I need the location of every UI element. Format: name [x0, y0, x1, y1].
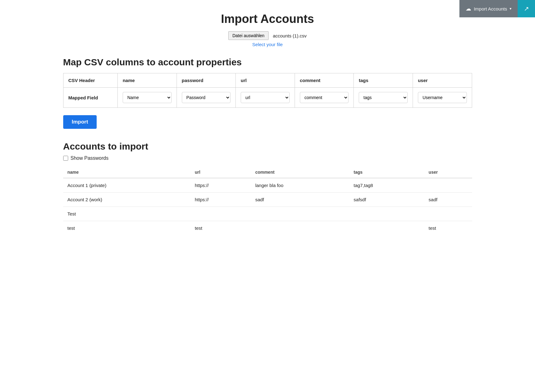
cell-name: test: [63, 221, 191, 235]
cell-comment: sadf: [251, 193, 349, 207]
table-row: Account 2 (work)https://sadfsafsdfsadf: [63, 193, 472, 207]
map-cell-url: Name Password url comment tags Username …: [236, 88, 295, 108]
col-header-comment: comment: [295, 73, 354, 88]
map-cell-tags: Name Password url comment tags Username …: [354, 88, 413, 108]
map-select-user[interactable]: Name Password url comment tags Username …: [418, 92, 467, 103]
map-select-tags[interactable]: Name Password url comment tags Username …: [359, 92, 408, 103]
cell-tags: [349, 221, 424, 235]
mapped-field-label: Mapped Field: [63, 88, 117, 108]
file-hint: Select your file: [63, 42, 472, 47]
accounts-table-header-row: name url comment tags user: [63, 167, 472, 178]
cell-user: [424, 178, 472, 193]
cell-tags: safsdf: [349, 193, 424, 207]
map-select-comment[interactable]: Name Password url comment tags Username …: [300, 92, 349, 103]
file-select-button[interactable]: Datei auswählen: [228, 31, 269, 40]
import-button[interactable]: Import: [63, 115, 97, 129]
cell-comment: langer bla foo: [251, 178, 349, 193]
page-title: Import Accounts: [63, 12, 472, 26]
col-name: name: [63, 167, 191, 178]
csv-header-label: CSV Header: [63, 73, 117, 88]
cell-comment: [251, 221, 349, 235]
mapping-table: CSV Header name password url comment tag…: [63, 73, 472, 108]
top-bar: ☁ Import Accounts ▾ ↗: [459, 0, 535, 17]
accounts-table: name url comment tags user Account 1 (pr…: [63, 167, 472, 235]
cell-comment: [251, 207, 349, 221]
cell-user: sadf: [424, 193, 472, 207]
show-passwords-label[interactable]: Show Passwords: [71, 155, 109, 161]
map-cell-comment: Name Password url comment tags Username …: [295, 88, 354, 108]
map-cell-user: Name Password url comment tags Username …: [413, 88, 472, 108]
table-row: Test: [63, 207, 472, 221]
show-passwords-checkbox[interactable]: [63, 156, 68, 161]
col-header-url: url: [236, 73, 295, 88]
map-select-url[interactable]: Name Password url comment tags Username …: [241, 92, 290, 103]
cloud-upload-icon: ☁: [466, 5, 471, 12]
import-accounts-label: Import Accounts: [474, 6, 507, 11]
cell-user: test: [424, 221, 472, 235]
map-select-name[interactable]: Name Password url comment tags Username …: [123, 92, 172, 103]
map-cell-password: Name Password url comment tags Username …: [177, 88, 236, 108]
col-header-user: user: [413, 73, 472, 88]
col-header-name: name: [117, 73, 177, 88]
cell-tags: [349, 207, 424, 221]
file-name-display: accounts (1).csv: [273, 33, 307, 38]
cell-url: test: [191, 221, 251, 235]
nav-icon-button[interactable]: ↗: [518, 0, 535, 17]
accounts-section-title: Accounts to import: [63, 141, 472, 152]
show-passwords-row: Show Passwords: [63, 155, 472, 161]
chevron-down-icon: ▾: [510, 7, 511, 11]
mapping-section-title: Map CSV columns to account properties: [63, 57, 472, 68]
map-select-password[interactable]: Name Password url comment tags Username …: [182, 92, 231, 103]
cell-tags: tag7,tag8: [349, 178, 424, 193]
col-header-tags: tags: [354, 73, 413, 88]
cell-name: Account 1 (private): [63, 178, 191, 193]
table-row: testtesttest: [63, 221, 472, 235]
external-link-icon: ↗: [524, 5, 529, 12]
table-row: Account 1 (private)https://langer bla fo…: [63, 178, 472, 193]
file-input-row: Datei auswählen accounts (1).csv: [63, 31, 472, 40]
main-content: Import Accounts Datei auswählen accounts…: [51, 0, 485, 254]
import-accounts-button[interactable]: ☁ Import Accounts ▾: [459, 0, 518, 17]
cell-user: [424, 207, 472, 221]
cell-url: [191, 207, 251, 221]
col-url: url: [191, 167, 251, 178]
cell-name: Test: [63, 207, 191, 221]
col-comment: comment: [251, 167, 349, 178]
col-user: user: [424, 167, 472, 178]
col-tags: tags: [349, 167, 424, 178]
mapping-header-row: CSV Header name password url comment tag…: [63, 73, 472, 88]
cell-url: https://: [191, 178, 251, 193]
cell-url: https://: [191, 193, 251, 207]
map-cell-name: Name Password url comment tags Username …: [117, 88, 177, 108]
col-header-password: password: [177, 73, 236, 88]
cell-name: Account 2 (work): [63, 193, 191, 207]
mapped-field-row: Mapped Field Name Password url comment t…: [63, 88, 472, 108]
